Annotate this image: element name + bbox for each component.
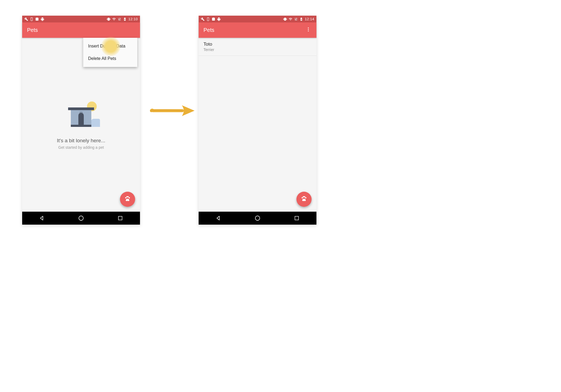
pet-breed: Terrier (203, 48, 312, 52)
svg-point-13 (129, 197, 130, 198)
vibrate-icon (283, 17, 287, 21)
empty-subtitle: Get started by adding a pet (22, 145, 140, 150)
nav-recents-button[interactable] (107, 212, 134, 225)
svg-point-8 (80, 113, 81, 113)
nav-recents-button[interactable] (283, 212, 310, 225)
navigation-bar (22, 212, 140, 225)
phone-after: 12:14 Pets Toto Terrier (199, 16, 316, 225)
action-bar: Pets (199, 22, 316, 38)
status-bar: 12:14 (199, 16, 316, 22)
battery-charging-icon (123, 17, 127, 21)
paw-icon (300, 195, 308, 203)
wifi-icon (112, 17, 116, 21)
nav-back-button[interactable] (205, 212, 232, 225)
svg-point-14 (79, 216, 84, 221)
android-icon (41, 17, 44, 21)
svg-point-22 (304, 196, 305, 198)
svg-point-10 (125, 197, 126, 198)
svg-point-5 (80, 112, 80, 113)
app-title: Pets (27, 27, 38, 33)
svg-point-12 (128, 196, 129, 198)
wrench-icon (24, 17, 28, 21)
phone-before: 12:10 Pets (22, 16, 140, 225)
svg-rect-16 (207, 18, 209, 21)
status-left-icons (24, 17, 44, 21)
svg-point-24 (255, 216, 260, 221)
wrench-icon (201, 17, 205, 21)
status-time: 12:10 (128, 17, 138, 21)
clipboard-icon (35, 17, 39, 21)
nav-back-button[interactable] (28, 212, 55, 225)
transition-arrow (150, 103, 196, 119)
phone-icon (206, 17, 210, 21)
svg-point-19 (308, 31, 309, 31)
action-bar: Pets (22, 22, 140, 38)
status-right-icons: 12:14 (283, 17, 314, 21)
battery-charging-icon (299, 17, 303, 21)
svg-point-20 (302, 197, 303, 198)
svg-point-11 (126, 196, 128, 198)
svg-rect-0 (31, 18, 32, 21)
no-sim-icon (118, 17, 121, 21)
empty-state: It's a bit lonely here... Get started by… (22, 100, 140, 150)
phone-icon (30, 17, 34, 21)
clipboard-icon (212, 17, 215, 21)
svg-point-17 (308, 28, 309, 28)
comparison-canvas: 12:10 Pets (0, 0, 561, 392)
overflow-menu-button[interactable] (305, 27, 312, 33)
menu-insert-dummy-data[interactable]: Insert Dummy Data (83, 40, 137, 52)
overflow-menu: Insert Dummy Data Delete All Pets (83, 38, 137, 67)
content-area: Toto Terrier (199, 38, 316, 212)
svg-rect-15 (119, 216, 122, 220)
android-icon (217, 17, 221, 21)
svg-point-9 (81, 113, 82, 113)
empty-title: It's a bit lonely here... (22, 138, 140, 144)
svg-point-6 (81, 112, 81, 112)
status-time: 12:14 (305, 17, 314, 21)
pet-name: Toto (203, 42, 312, 47)
more-vert-icon (306, 27, 311, 33)
wifi-icon (289, 17, 292, 21)
pet-list-item[interactable]: Toto Terrier (199, 38, 316, 56)
status-left-icons (201, 17, 221, 21)
add-pet-fab[interactable] (120, 192, 135, 207)
nav-home-button[interactable] (244, 212, 271, 225)
svg-rect-25 (295, 216, 299, 220)
doghouse-illustration (59, 100, 103, 132)
navigation-bar (199, 212, 316, 225)
no-sim-icon (294, 17, 298, 21)
status-right-icons: 12:10 (107, 17, 138, 21)
svg-point-18 (308, 29, 309, 30)
svg-rect-2 (68, 107, 94, 110)
app-title: Pets (203, 27, 214, 33)
vibrate-icon (107, 17, 111, 21)
add-pet-fab[interactable] (296, 192, 312, 207)
status-bar: 12:10 (22, 16, 140, 22)
svg-point-21 (303, 196, 304, 198)
svg-point-7 (82, 112, 82, 113)
nav-home-button[interactable] (68, 212, 95, 225)
menu-delete-all-pets[interactable]: Delete All Pets (83, 52, 137, 65)
svg-point-23 (305, 197, 306, 198)
paw-icon (124, 195, 131, 203)
